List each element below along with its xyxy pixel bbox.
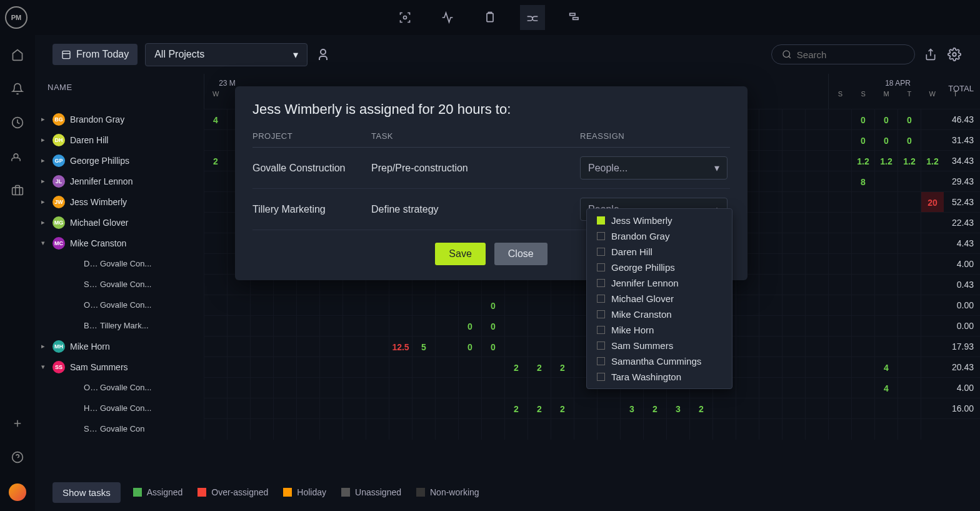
data-cell[interactable]: [342, 378, 366, 398]
person-row[interactable]: ▸ BG Brandon Gray: [35, 109, 204, 129]
data-cell[interactable]: 12.5: [389, 336, 412, 357]
data-cell[interactable]: [458, 398, 481, 419]
data-cell[interactable]: [805, 171, 828, 192]
data-cell[interactable]: [435, 378, 458, 398]
people-item[interactable]: Jennifer Lennon: [587, 275, 732, 291]
data-cell[interactable]: [898, 357, 921, 378]
data-cell[interactable]: [366, 316, 389, 336]
data-cell[interactable]: [204, 192, 227, 213]
from-today-button[interactable]: From Today: [52, 44, 138, 65]
data-cell[interactable]: [273, 336, 296, 357]
link-icon[interactable]: [520, 5, 545, 30]
data-cell[interactable]: [574, 419, 597, 440]
data-cell[interactable]: [366, 378, 389, 398]
task-row[interactable]: Site work Govalle Con: [35, 418, 204, 439]
data-cell[interactable]: [828, 254, 851, 275]
checkbox-icon[interactable]: [597, 326, 605, 334]
data-cell[interactable]: [782, 192, 805, 213]
data-cell[interactable]: [736, 316, 759, 336]
data-cell[interactable]: [759, 295, 782, 316]
data-cell[interactable]: [736, 419, 759, 440]
data-cell[interactable]: [204, 213, 227, 233]
data-cell[interactable]: [782, 336, 805, 357]
data-cell[interactable]: 0: [851, 109, 874, 130]
data-cell[interactable]: [759, 213, 782, 233]
data-cell[interactable]: [389, 316, 412, 336]
data-cell[interactable]: 4: [874, 357, 898, 378]
checkbox-icon[interactable]: [597, 216, 605, 225]
data-cell[interactable]: 3: [620, 398, 643, 419]
data-cell[interactable]: [342, 419, 366, 440]
data-cell[interactable]: [204, 316, 227, 336]
data-cell[interactable]: [528, 295, 551, 316]
data-cell[interactable]: [921, 419, 944, 440]
export-icon[interactable]: [922, 46, 939, 63]
data-cell[interactable]: [389, 419, 412, 440]
data-cell[interactable]: [874, 336, 898, 357]
data-cell[interactable]: [898, 275, 921, 295]
data-cell[interactable]: [528, 336, 551, 357]
data-cell[interactable]: [736, 398, 759, 419]
data-cell[interactable]: [227, 336, 250, 357]
data-cell[interactable]: [504, 316, 528, 336]
checkbox-icon[interactable]: [597, 310, 605, 318]
data-cell[interactable]: [898, 419, 921, 440]
data-cell[interactable]: [782, 109, 805, 130]
data-cell[interactable]: [782, 357, 805, 378]
data-cell[interactable]: [273, 378, 296, 398]
data-cell[interactable]: [805, 151, 828, 171]
data-cell[interactable]: [435, 295, 458, 316]
data-cell[interactable]: [666, 419, 689, 440]
data-cell[interactable]: 2: [689, 398, 712, 419]
data-cell[interactable]: [828, 316, 851, 336]
data-cell[interactable]: [227, 398, 250, 419]
help-icon[interactable]: [10, 450, 25, 465]
data-cell[interactable]: [319, 316, 342, 336]
data-cell[interactable]: [805, 398, 828, 419]
data-cell[interactable]: [828, 357, 851, 378]
data-cell[interactable]: [874, 192, 898, 213]
task-row[interactable]: Order Equip... Govalle Con...: [35, 377, 204, 398]
data-cell[interactable]: [597, 398, 620, 419]
data-cell[interactable]: [481, 419, 504, 440]
data-cell[interactable]: [435, 316, 458, 336]
data-cell[interactable]: [296, 295, 319, 316]
data-cell[interactable]: [874, 275, 898, 295]
save-button[interactable]: Save: [435, 243, 485, 265]
data-cell[interactable]: [412, 419, 435, 440]
data-cell[interactable]: 3: [666, 398, 689, 419]
data-cell[interactable]: [898, 233, 921, 254]
data-cell[interactable]: [828, 233, 851, 254]
data-cell[interactable]: [389, 398, 412, 419]
clock-icon[interactable]: [10, 115, 25, 130]
bell-icon[interactable]: [10, 81, 25, 96]
data-cell[interactable]: [759, 357, 782, 378]
person-row[interactable]: ▸ DH Daren Hill: [35, 129, 204, 150]
data-cell[interactable]: [389, 357, 412, 378]
data-cell[interactable]: 0: [481, 295, 504, 316]
people-item[interactable]: Jess Wimberly: [587, 213, 732, 228]
reassign-select[interactable]: People...▾: [580, 156, 728, 180]
data-cell[interactable]: [874, 171, 898, 192]
data-cell[interactable]: [204, 275, 227, 295]
data-cell[interactable]: [759, 171, 782, 192]
data-cell[interactable]: [782, 398, 805, 419]
data-cell[interactable]: [319, 398, 342, 419]
data-cell[interactable]: [874, 254, 898, 275]
data-cell[interactable]: [412, 295, 435, 316]
data-cell[interactable]: [851, 398, 874, 419]
checkbox-icon[interactable]: [597, 232, 605, 240]
checkbox-icon[interactable]: [597, 279, 605, 287]
data-cell[interactable]: 0: [481, 336, 504, 357]
data-cell[interactable]: [342, 316, 366, 336]
data-cell[interactable]: 4: [874, 378, 898, 398]
data-cell[interactable]: 0: [898, 109, 921, 130]
data-cell[interactable]: [898, 316, 921, 336]
people-item[interactable]: Brandon Gray: [587, 228, 732, 244]
data-cell[interactable]: [898, 378, 921, 398]
data-cell[interactable]: [851, 233, 874, 254]
data-cell[interactable]: [782, 378, 805, 398]
checkbox-icon[interactable]: [597, 342, 605, 350]
home-icon[interactable]: [10, 48, 25, 63]
data-cell[interactable]: [435, 357, 458, 378]
